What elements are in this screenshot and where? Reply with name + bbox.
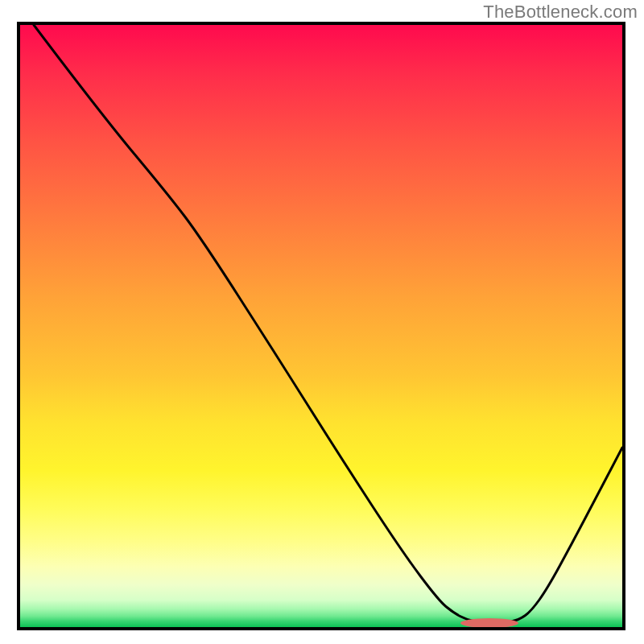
plot-area — [17, 22, 625, 630]
watermark-text: TheBottleneck.com — [483, 2, 638, 23]
chart-container: TheBottleneck.com — [0, 0, 644, 644]
plot-gradient — [20, 25, 622, 627]
